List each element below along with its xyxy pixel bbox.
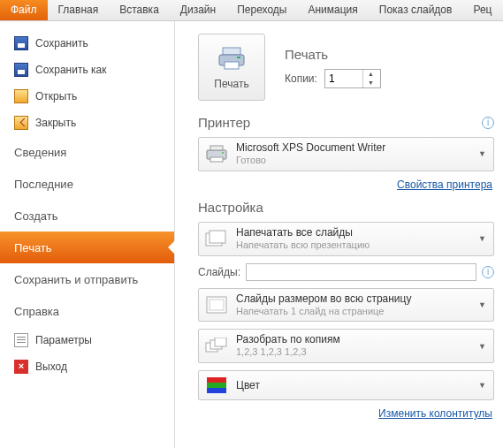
sidebar-item-print[interactable]: Печать (0, 232, 174, 263)
sidebar-item-help[interactable]: Справка (0, 295, 174, 327)
sidebar-item-label: Сохранить как (35, 64, 106, 76)
svg-rect-2 (225, 62, 239, 69)
slides-input[interactable] (246, 263, 476, 281)
sidebar-item-recent[interactable]: Последние (0, 168, 174, 200)
printer-properties-link[interactable]: Свойства принтера (397, 178, 492, 191)
svg-rect-14 (215, 338, 226, 346)
dropdown-title: Напечатать все слайды (236, 226, 476, 239)
print-panel: Печать Печать Копии: ▲▼ Принтер i (175, 21, 503, 448)
info-icon[interactable]: i (482, 266, 494, 278)
sidebar-item-label: Сведения (14, 146, 66, 159)
printer-dropdown[interactable]: Microsoft XPS Document Writer Готово ▼ (198, 137, 494, 171)
print-range-dropdown[interactable]: Напечатать все слайды Напечатать всю пре… (198, 222, 494, 256)
tab-design[interactable]: Дизайн (170, 0, 226, 20)
edit-header-footer-link[interactable]: Изменить колонтитулы (378, 407, 492, 420)
dropdown-subtitle: 1,2,3 1,2,3 1,2,3 (236, 346, 476, 359)
sidebar-item-label: Закрыть (35, 117, 76, 129)
chevron-down-icon: ▼ (476, 149, 488, 158)
svg-point-7 (222, 152, 224, 154)
dropdown-subtitle: Напечатать всю презентацию (236, 239, 476, 252)
tab-transitions[interactable]: Переходы (226, 0, 297, 20)
open-icon (14, 89, 28, 103)
printer-header: Принтер i (198, 115, 494, 130)
full-page-slide-icon (204, 294, 229, 315)
sidebar-item-close[interactable]: Закрыть (0, 110, 174, 136)
chevron-down-icon: ▼ (476, 300, 488, 309)
sidebar-item-saveas[interactable]: Сохранить как (0, 57, 174, 83)
tab-insert[interactable]: Вставка (109, 0, 170, 20)
sidebar-item-label: Создать (14, 209, 57, 223)
dropdown-subtitle: Напечатать 1 слайд на странице (236, 306, 476, 318)
print-button[interactable]: Печать (198, 34, 265, 101)
slide-layout-dropdown[interactable]: Слайды размером во всю страницу Напечата… (198, 288, 494, 323)
sidebar-item-label: Печать (14, 241, 52, 254)
svg-rect-6 (210, 157, 223, 162)
color-dropdown[interactable]: Цвет ▼ (198, 370, 494, 400)
sidebar-item-info[interactable]: Сведения (0, 136, 174, 168)
spinner-up[interactable]: ▲ (363, 70, 378, 79)
svg-rect-15 (207, 377, 226, 383)
slides-all-icon (204, 228, 229, 249)
printer-icon (217, 44, 246, 72)
printer-device-icon (204, 143, 229, 164)
settings-header: Настройка (198, 200, 494, 215)
spinner-down[interactable]: ▼ (363, 79, 378, 87)
slides-field-label: Слайды: (198, 266, 240, 278)
close-folder-icon (14, 116, 28, 130)
chevron-down-icon: ▼ (476, 381, 488, 390)
sidebar-item-label: Параметры (35, 334, 92, 346)
svg-rect-5 (210, 146, 223, 150)
sidebar-item-exit[interactable]: ×Выход (0, 353, 174, 380)
backstage-sidebar: Сохранить Сохранить как Открыть Закрыть … (0, 21, 175, 448)
dropdown-title: Слайды размером во всю страницу (236, 292, 476, 306)
svg-rect-9 (210, 231, 225, 243)
save-icon (14, 36, 28, 50)
collate-icon (204, 336, 229, 357)
copies-label: Копии: (285, 72, 317, 85)
chevron-down-icon: ▼ (476, 342, 488, 351)
print-header: Печать (285, 47, 381, 62)
svg-rect-16 (207, 383, 226, 388)
sidebar-item-label: Сохранить и отправить (14, 273, 138, 286)
tab-animation[interactable]: Анимация (297, 0, 368, 20)
ribbon-tabs: Файл Главная Вставка Дизайн Переходы Ани… (0, 0, 503, 21)
copies-spinner[interactable]: ▲▼ (324, 69, 381, 88)
sidebar-item-label: Сохранить (35, 37, 88, 49)
sidebar-item-save[interactable]: Сохранить (0, 30, 174, 57)
sidebar-item-options[interactable]: Параметры (0, 327, 174, 353)
printer-status: Готово (236, 155, 476, 167)
exit-icon: × (14, 360, 28, 374)
options-icon (14, 333, 28, 347)
copies-input[interactable] (325, 71, 362, 87)
sidebar-item-label: Открыть (35, 90, 77, 103)
svg-rect-17 (207, 388, 226, 393)
sidebar-item-new[interactable]: Создать (0, 200, 174, 232)
tab-review[interactable]: Рец (462, 0, 502, 20)
sidebar-item-share[interactable]: Сохранить и отправить (0, 263, 174, 295)
dropdown-title: Цвет (236, 379, 476, 392)
sidebar-item-label: Справка (14, 305, 59, 318)
save-as-icon (14, 63, 28, 77)
printer-name: Microsoft XPS Document Writer (236, 141, 476, 155)
print-button-label: Печать (214, 78, 248, 90)
tab-file[interactable]: Файл (0, 0, 48, 20)
sidebar-item-label: Последние (14, 178, 73, 191)
info-icon[interactable]: i (482, 117, 494, 129)
color-icon (204, 375, 229, 396)
svg-rect-0 (223, 48, 240, 55)
sidebar-item-label: Выход (35, 361, 67, 373)
svg-rect-3 (237, 57, 240, 58)
tab-slideshow[interactable]: Показ слайдов (369, 0, 463, 20)
chevron-down-icon: ▼ (476, 234, 488, 243)
dropdown-title: Разобрать по копиям (236, 333, 476, 346)
sidebar-item-open[interactable]: Открыть (0, 83, 174, 110)
tab-home[interactable]: Главная (48, 0, 110, 20)
collate-dropdown[interactable]: Разобрать по копиям 1,2,3 1,2,3 1,2,3 ▼ (198, 329, 494, 363)
